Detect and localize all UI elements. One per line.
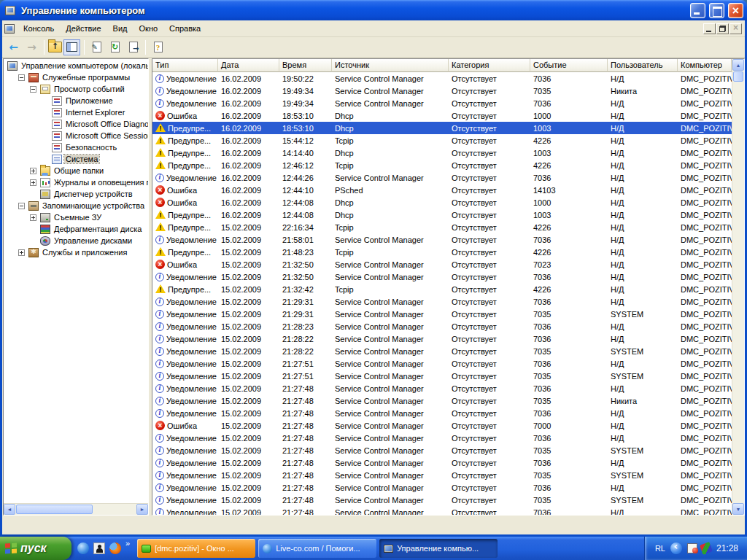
column-header[interactable]: Время	[279, 59, 332, 72]
table-row[interactable]: Уведомление15.02.200921:27:51Service Con…	[152, 357, 732, 370]
collapse-minus-box[interactable]	[18, 74, 25, 81]
table-row[interactable]: Уведомление15.02.200921:27:48Service Con…	[152, 506, 732, 515]
expand-plus-box[interactable]	[30, 214, 36, 221]
menu-item[interactable]: Окно	[133, 22, 164, 35]
table-row[interactable]: Уведомление16.02.200919:49:34Service Con…	[152, 97, 732, 109]
vertical-scroll-thumb[interactable]	[733, 71, 743, 82]
table-row[interactable]: Ошибка16.02.200918:53:10DhcpОтсутствует1…	[152, 109, 732, 122]
close-button[interactable]	[728, 3, 743, 18]
column-header[interactable]: Категория	[449, 59, 530, 72]
table-row[interactable]: Уведомление15.02.200921:27:48Service Con…	[152, 394, 732, 407]
tree-item[interactable]: Просмотр событий	[4, 83, 148, 95]
table-row[interactable]: Предупре...16.02.200914:14:40DhcpОтсутст…	[152, 147, 732, 159]
quick-launch-firefox-icon[interactable]	[109, 542, 121, 554]
maximize-button[interactable]	[709, 3, 724, 18]
vertical-scrollbar[interactable]: ▲ ▼	[732, 59, 744, 515]
table-row[interactable]: Уведомление15.02.200921:27:51Service Con…	[152, 370, 732, 382]
back-button[interactable]	[5, 39, 22, 55]
table-row[interactable]: Уведомление15.02.200921:27:48Service Con…	[152, 432, 732, 444]
table-row[interactable]: Ошибка16.02.200912:44:10PSchedОтсутствуе…	[152, 184, 732, 196]
table-row[interactable]: Уведомление15.02.200921:28:22Service Con…	[152, 345, 732, 357]
scroll-right-button[interactable]: ►	[136, 504, 148, 515]
tree-item[interactable]: Съемные ЗУ	[4, 211, 148, 223]
table-row[interactable]: Уведомление15.02.200921:58:01Service Con…	[152, 233, 732, 246]
collapse-minus-box[interactable]	[30, 86, 36, 93]
table-row[interactable]: Предупре...16.02.200918:53:10DhcpОтсутст…	[152, 122, 732, 134]
tray-pen-icon[interactable]	[700, 542, 713, 555]
tree-item[interactable]: Безопасность	[4, 141, 148, 153]
quick-launch-overflow-chevron[interactable]: »	[125, 539, 130, 548]
tree-item[interactable]: Служебные программы	[4, 71, 148, 83]
table-row[interactable]: Предупре...15.02.200922:16:34TcpipОтсутс…	[152, 221, 732, 233]
tree-horizontal-scrollbar[interactable]: ◄ ►	[4, 503, 148, 515]
tree-item[interactable]: Приложение	[4, 95, 148, 106]
table-row[interactable]: Уведомление15.02.200921:28:22Service Con…	[152, 332, 732, 345]
tree-item[interactable]: Управление компьютером (локаль	[4, 60, 148, 71]
tree-item[interactable]: Система	[4, 153, 148, 165]
table-row[interactable]: Предупре...15.02.200921:48:23TcpipОтсутс…	[152, 246, 732, 258]
expand-plus-box[interactable]	[30, 168, 36, 174]
menu-item[interactable]: Вид	[107, 22, 133, 35]
horizontal-scroll-track[interactable]	[93, 504, 136, 515]
expand-plus-box[interactable]	[30, 179, 36, 186]
tree-item[interactable]: Диспетчер устройств	[4, 188, 148, 200]
column-header[interactable]: Компьютер	[678, 59, 732, 72]
table-row[interactable]: Уведомление15.02.200921:27:48Service Con…	[152, 481, 732, 494]
taskbar-button[interactable]: Live-co.com / Помоги...	[258, 539, 376, 558]
forward-button[interactable]	[23, 39, 40, 55]
tree-item[interactable]: Дефрагментация диска	[4, 223, 148, 235]
horizontal-scroll-thumb[interactable]	[16, 505, 93, 514]
properties-button[interactable]	[88, 39, 105, 55]
table-row[interactable]: Уведомление15.02.200921:27:48Service Con…	[152, 494, 732, 506]
table-row[interactable]: Предупре...16.02.200915:44:12TcpipОтсутс…	[152, 134, 732, 147]
expand-plus-box[interactable]	[18, 249, 25, 256]
tray-doc-red-icon[interactable]	[687, 543, 697, 553]
table-row[interactable]: Уведомление15.02.200921:29:31Service Con…	[152, 295, 732, 308]
start-button[interactable]: пуск	[0, 537, 71, 560]
table-row[interactable]: Уведомление15.02.200921:27:48Service Con…	[152, 469, 732, 481]
table-row[interactable]: Уведомление15.02.200921:27:48Service Con…	[152, 456, 732, 469]
table-row[interactable]: Уведомление16.02.200919:49:34Service Con…	[152, 85, 732, 97]
collapse-minus-box[interactable]	[18, 203, 25, 209]
export-list-button[interactable]	[125, 39, 142, 55]
table-row[interactable]: Предупре...16.02.200912:44:08DhcpОтсутст…	[152, 209, 732, 221]
show-hide-tree-button[interactable]	[63, 39, 80, 55]
table-row[interactable]: Уведомление15.02.200921:27:48Service Con…	[152, 444, 732, 456]
vertical-scroll-track[interactable]	[732, 82, 744, 503]
table-row[interactable]: Уведомление15.02.200921:27:48Service Con…	[152, 407, 732, 419]
column-header[interactable]: Тип	[152, 59, 218, 72]
taskbar-button[interactable]: [dmc.pozitiv] - Окно ...	[137, 539, 255, 558]
column-header[interactable]: Пользователь	[608, 59, 678, 72]
menu-item[interactable]: Консоль	[18, 22, 60, 35]
table-row[interactable]: Предупре...15.02.200921:32:42TcpipОтсутс…	[152, 283, 732, 295]
tree-item[interactable]: Службы и приложения	[4, 246, 148, 258]
title-bar[interactable]: Управление компьютером	[0, 0, 747, 20]
up-folder-button[interactable]	[48, 42, 62, 52]
taskbar-button[interactable]: Управление компью...	[379, 539, 498, 558]
table-row[interactable]: Уведомление15.02.200921:29:31Service Con…	[152, 308, 732, 320]
column-header[interactable]: Источник	[332, 59, 449, 72]
scroll-down-button[interactable]: ▼	[732, 503, 744, 515]
table-row[interactable]: Уведомление15.02.200921:32:50Service Con…	[152, 271, 732, 283]
menu-item[interactable]: Действие	[60, 22, 107, 35]
column-header[interactable]: Дата	[218, 59, 279, 72]
table-row[interactable]: Ошибка16.02.200912:44:08DhcpОтсутствует1…	[152, 196, 732, 209]
table-row[interactable]: Уведомление16.02.200919:50:22Service Con…	[152, 72, 732, 85]
tree-item[interactable]: Управление дисками	[4, 235, 148, 246]
quick-launch-globe-icon[interactable]	[77, 542, 89, 554]
refresh-button[interactable]	[107, 39, 123, 55]
tree-item[interactable]: Internet Explorer	[4, 106, 148, 118]
table-row[interactable]: Уведомление16.02.200912:44:26Service Con…	[152, 171, 732, 184]
tree-item[interactable]: Общие папки	[4, 165, 148, 176]
scroll-up-button[interactable]: ▲	[732, 59, 744, 71]
table-row[interactable]: Уведомление15.02.200921:28:23Service Con…	[152, 320, 732, 332]
table-row[interactable]: Уведомление15.02.200921:27:48Service Con…	[152, 382, 732, 394]
tree-item[interactable]: Журналы и оповещения пр	[4, 176, 148, 188]
tree-item[interactable]: Запоминающие устройства	[4, 200, 148, 211]
child-restore-button[interactable]	[716, 23, 729, 34]
hide-icons-chevron-icon[interactable]	[670, 542, 682, 554]
child-minimize-button[interactable]	[703, 23, 716, 34]
column-header[interactable]: Событие	[530, 59, 608, 72]
tree-item[interactable]: Microsoft Office Sessions	[4, 130, 148, 141]
quick-launch-person-icon[interactable]	[93, 542, 105, 554]
